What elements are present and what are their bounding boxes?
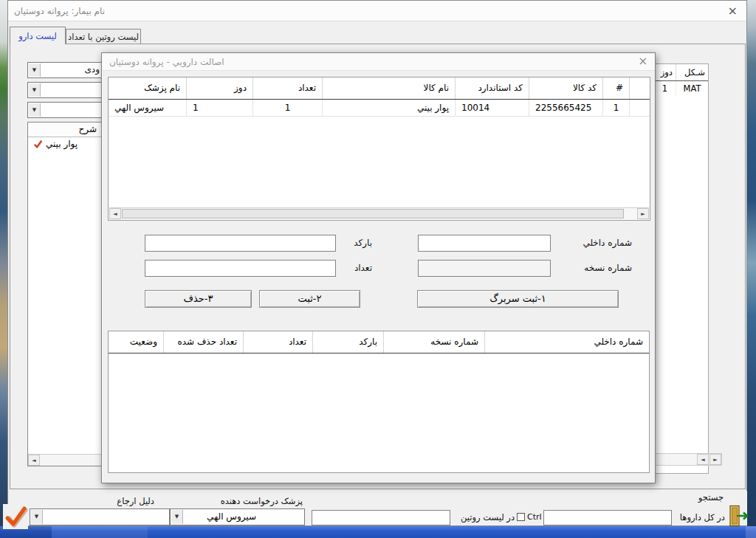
drug-items-grid: # کد کالا کد استاندارد نام کالا تعداد دو… [108, 77, 650, 221]
scroll-right-icon[interactable]: ► [709, 454, 721, 465]
column-header-item-code[interactable]: کد کالا [529, 77, 602, 99]
ctrl-checkbox[interactable] [517, 513, 525, 521]
all-drugs-label: در کل داروها [680, 512, 725, 523]
dialog-close-icon[interactable]: × [638, 55, 647, 68]
drug-list-header-label: شرح [79, 124, 97, 134]
side-grid: شـکل دوز MAT 1 [653, 63, 709, 474]
row-indicator-column [629, 77, 650, 99]
cell-item-code: 2255665425 [529, 100, 602, 116]
side-grid-header-row: شـکل دوز [653, 64, 708, 81]
chevron-down-icon[interactable]: ▼ [29, 63, 41, 77]
cell-dose: 1 [186, 100, 252, 116]
physician-combo[interactable]: ▼ سيروس الهي [170, 508, 305, 525]
column-header-hash[interactable]: # [602, 77, 629, 99]
column-header-deleted-qty[interactable]: تعداد حذف شده [163, 331, 243, 353]
close-icon[interactable]: × [728, 4, 738, 18]
referral-reason-combo[interactable]: ▼ [30, 508, 170, 525]
taskbar[interactable] [0, 526, 756, 538]
internal-number-label: شماره داخلي [564, 238, 632, 248]
prescription-number-label: شماره نسخه [564, 263, 632, 273]
cell-hash: 1 [602, 100, 629, 116]
column-header-qty[interactable]: تعداد [252, 77, 322, 99]
desktop-wallpaper-left [0, 0, 7, 526]
column-header-internal-number[interactable]: شماره داخلي [484, 331, 649, 353]
save-header-button[interactable]: ١-ثبت سربرگ [417, 290, 619, 308]
drug-list-item-label: پوار بيني [46, 139, 78, 149]
filter-combo-3[interactable]: ▼ [27, 102, 112, 118]
scroll-right-icon[interactable]: ► [637, 208, 649, 219]
taskbar-tray[interactable] [746, 526, 756, 538]
column-header-shape[interactable]: شـکل [676, 64, 708, 80]
exit-door-icon[interactable] [728, 505, 749, 527]
items-grid-hscrollbar[interactable]: ◄ ► [109, 207, 649, 219]
physician-label: پزشک درخواست دهنده [214, 496, 303, 506]
grid-data-row[interactable]: 1 2255665425 10014 پوار بيني 1 1 سيروس ا… [109, 100, 650, 117]
cell-item-name: پوار بيني [322, 100, 455, 116]
physician-combo-value: سيروس الهي [171, 511, 292, 522]
grid-header-row: شماره داخلي شماره نسخه بارکد تعداد تعداد… [109, 331, 649, 354]
check-icon [33, 139, 43, 149]
dialog-title: اصالت دارويي - پروانه دوستيان [109, 57, 224, 67]
drug-list-box: شرح پوار بيني ◄ [27, 122, 112, 466]
delete-button[interactable]: ٣-حذف [145, 290, 252, 308]
cell-qty: 1 [252, 100, 322, 116]
authenticity-dialog: اصالت دارويي - پروانه دوستيان × # کد کال… [101, 52, 656, 483]
drug-list-header: شرح [28, 123, 111, 137]
main-titlebar: نام بیمار: پروانه دوستیان × [8, 1, 746, 21]
column-header-prescription-number[interactable]: شماره نسخه [383, 331, 484, 353]
cell-dose: 1 [653, 81, 676, 96]
tab-drug-list[interactable]: لیست دارو [10, 27, 66, 44]
taskbar-segment[interactable] [52, 526, 148, 538]
column-header-dose[interactable]: دوز [653, 64, 676, 80]
ctrl-label: Ctrl [527, 512, 542, 522]
column-header-barcode[interactable]: بارکد [312, 331, 383, 353]
routine-search-label: در لیست روتین [452, 512, 515, 523]
internal-number-input[interactable] [418, 235, 551, 252]
save-button[interactable]: ٢-ثبت [259, 290, 360, 308]
saved-items-grid: شماره داخلي شماره نسخه بارکد تعداد تعداد… [108, 331, 650, 473]
dialog-titlebar: اصالت دارويي - پروانه دوستيان × [102, 53, 655, 71]
all-drugs-search-input[interactable] [543, 510, 672, 525]
cell-standard-code: 10014 [455, 100, 529, 116]
desktop-wallpaper-right [747, 0, 756, 526]
side-grid-data-row[interactable]: MAT 1 [653, 81, 708, 96]
filter-combo-1-value: ودی [84, 64, 100, 75]
grid-header-row: # کد کالا کد استاندارد نام کالا تعداد دو… [109, 77, 650, 100]
column-header-qty[interactable]: تعداد [243, 331, 312, 353]
chevron-down-icon[interactable]: ▼ [29, 83, 41, 97]
referral-reason-label: دلیل ارجاع [106, 496, 154, 506]
scroll-left-icon[interactable]: ◄ [109, 208, 121, 219]
cell-row-indicator [629, 100, 650, 116]
quantity-label: تعداد [340, 263, 372, 273]
prescription-number-input[interactable] [418, 260, 551, 277]
column-header-dose[interactable]: دوز [186, 77, 252, 99]
cell-physician: سيروس الهي [109, 100, 186, 116]
empty-grid-body [109, 354, 649, 472]
scroll-left-icon[interactable]: ◄ [697, 454, 709, 465]
filter-combo-2[interactable]: ▼ [27, 82, 112, 98]
drug-list-hscrollbar[interactable]: ◄ [28, 454, 111, 466]
scrollbar-thumb[interactable] [122, 209, 624, 218]
routine-search-input[interactable] [312, 510, 450, 525]
quantity-input[interactable] [145, 260, 336, 277]
column-header-item-name[interactable]: نام کالا [322, 77, 455, 99]
barcode-label: بارکد [340, 238, 372, 248]
window-title: نام بیمار: پروانه دوستیان [14, 6, 105, 16]
check-icon [3, 504, 28, 529]
chevron-down-icon[interactable]: ▼ [29, 103, 41, 117]
footer-bar: جستجو در کل داروها Ctrl در لیست روتین پز… [9, 491, 747, 525]
cell-shape: MAT [676, 81, 708, 96]
column-header-status[interactable]: وضعیت [109, 331, 163, 353]
drug-list-item[interactable]: پوار بيني [28, 137, 111, 152]
column-header-physician[interactable]: نام پزشک [109, 77, 186, 99]
confirm-check-button[interactable] [3, 504, 28, 529]
column-header-standard-code[interactable]: کد استاندارد [455, 77, 529, 99]
filter-combo-1[interactable]: ودی ▼ [27, 62, 112, 78]
chevron-down-icon[interactable]: ▼ [31, 510, 43, 524]
tab-routine-list[interactable]: لیست روتین با تعداد [66, 29, 141, 44]
search-group-title: جستجو [698, 492, 724, 503]
barcode-input[interactable] [145, 235, 336, 252]
scroll-left-icon[interactable]: ◄ [28, 455, 40, 466]
